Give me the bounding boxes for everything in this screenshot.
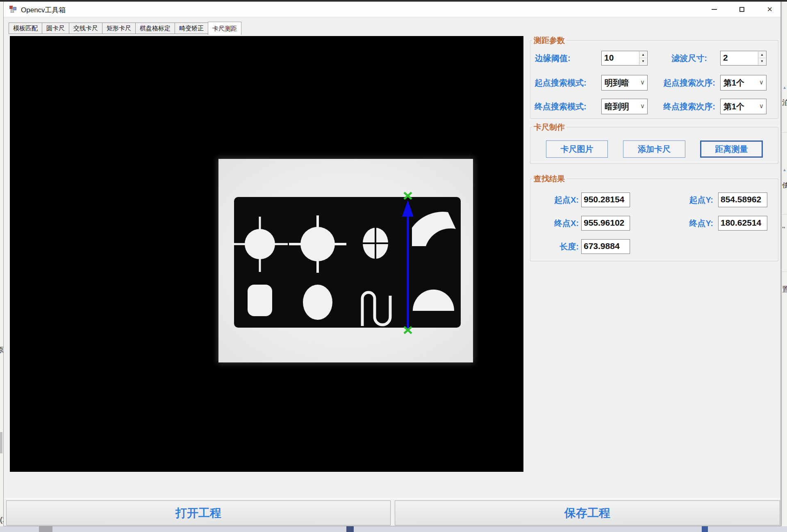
filter-size-input[interactable]: 2 ▲ ▼: [720, 51, 767, 66]
taskbar-item: [702, 526, 708, 532]
divider: [782, 272, 787, 272]
background-text-fragment: 泊: [782, 98, 787, 107]
taskbar-item: [346, 526, 354, 532]
end-search-order-select[interactable]: 第1个 ∨: [720, 99, 767, 114]
image-viewer[interactable]: [10, 36, 523, 472]
start-search-mode-value: 明到暗: [605, 77, 629, 88]
start-search-order-select[interactable]: 第1个 ∨: [720, 75, 767, 91]
start-y-value: 854.58962: [721, 195, 761, 204]
close-icon: ×: [767, 4, 773, 15]
start-search-order-value: 第1个: [723, 77, 744, 88]
rounded-square-shape: [248, 285, 272, 316]
taskbar-sliver: [0, 526, 787, 532]
end-y-value: 180.62514: [721, 218, 761, 228]
open-project-button[interactable]: 打开工程: [6, 500, 391, 525]
close-button[interactable]: ×: [760, 2, 779, 17]
calibration-photo: [218, 159, 473, 362]
group-title: 查找结果: [532, 174, 566, 183]
group-title: 卡尺制作: [532, 123, 566, 132]
filter-size-label: 滤波尺寸:: [655, 51, 723, 66]
edge-threshold-input[interactable]: 10 ▲ ▼: [601, 51, 648, 66]
spinner-down-icon[interactable]: ▼: [639, 58, 647, 65]
tab-crossline-caliper[interactable]: 交线卡尺: [69, 23, 102, 34]
caliper-image-button[interactable]: 卡尺图片: [546, 140, 608, 158]
group-title: 测距参数: [532, 36, 566, 45]
start-search-mode-label: 起点搜索模式:: [535, 75, 587, 91]
tab-caliper-measure[interactable]: 卡尺测距: [208, 22, 241, 35]
screen-top-edge: [0, 0, 787, 2]
end-x-value: 955.96102: [584, 218, 624, 228]
start-x-value: 950.28154: [584, 195, 624, 204]
measure-line: [407, 215, 409, 328]
divider: [782, 132, 787, 133]
footer-separator: [4, 498, 780, 499]
chevron-down-icon[interactable]: ∨: [759, 102, 764, 110]
end-y-field[interactable]: 180.62514: [718, 216, 767, 231]
minimize-button[interactable]: [705, 2, 723, 17]
start-search-order-label: 起点搜索次序:: [655, 75, 723, 91]
tab-strip: 模板匹配 圆卡尺 交线卡尺 矩形卡尺 棋盘格标定 畸变矫正 卡尺测距: [4, 17, 780, 36]
tab-distortion-correct[interactable]: 畸变矫正: [175, 23, 208, 34]
edge-threshold-value: 10: [604, 53, 614, 63]
background-text-fragment: ’’: [782, 226, 785, 234]
tab-rect-caliper[interactable]: 矩形卡尺: [102, 23, 135, 34]
end-search-mode-label: 终点搜索模式:: [535, 99, 587, 114]
title-bar: Opencv工具箱 ×: [4, 2, 780, 17]
length-label: 长度:: [546, 239, 579, 254]
chevron-down-icon[interactable]: ∨: [640, 102, 645, 110]
distance-measure-button[interactable]: 距离测量: [700, 140, 763, 158]
triangle-icon: ▲: [782, 85, 787, 90]
background-window-left-sliver: 原 (2: [0, 1, 3, 526]
length-value: 673.9884: [584, 241, 620, 251]
chevron-down-icon[interactable]: ∨: [640, 79, 645, 86]
end-search-order-value: 第1个: [723, 101, 744, 112]
filter-size-value: 2: [723, 53, 728, 63]
spinner-up-icon[interactable]: ▲: [639, 52, 647, 58]
end-search-mode-select[interactable]: 暗到明 ∨: [601, 99, 648, 114]
start-search-mode-select[interactable]: 明到暗 ∨: [601, 75, 648, 91]
triangle-icon: ▲: [782, 168, 787, 172]
maximize-icon: [739, 7, 744, 12]
end-search-order-label: 终点搜索次序:: [655, 99, 723, 114]
divider: [782, 214, 787, 215]
end-y-label: 终点Y:: [680, 216, 713, 231]
save-project-button[interactable]: 保存工程: [395, 500, 780, 525]
tab-template-match[interactable]: 模板匹配: [9, 23, 42, 34]
spinner-up-icon[interactable]: ▲: [758, 52, 766, 58]
length-field[interactable]: 673.9884: [581, 239, 630, 254]
spinner-down-icon[interactable]: ▼: [758, 58, 766, 65]
minimize-icon: [712, 9, 717, 10]
window-title: Opencv工具箱: [21, 5, 66, 15]
background-text-fragment: (2: [0, 516, 3, 524]
add-caliper-button[interactable]: 添加卡尺: [623, 140, 685, 158]
background-text-fragment: 置: [782, 285, 787, 294]
background-scrollbar-fragment: [0, 432, 2, 453]
maximize-button[interactable]: [732, 2, 751, 17]
end-x-field[interactable]: 955.96102: [581, 216, 630, 231]
background-window-right-sliver: ▲ 泊 ▲ 使 ’’ 置: [781, 1, 787, 526]
edge-threshold-label: 边缘阈值:: [535, 51, 571, 66]
calibration-target-image: [218, 159, 473, 362]
start-x-field[interactable]: 950.28154: [581, 192, 630, 207]
start-y-label: 起点Y:: [680, 192, 713, 207]
start-x-label: 起点X:: [546, 192, 579, 207]
chevron-down-icon[interactable]: ∨: [759, 79, 764, 86]
parameter-panel: 测距参数 边缘阈值: 10 ▲ ▼ 滤波尺寸: 2 ▲ ▼ 起点搜索模式: 明到…: [527, 36, 778, 306]
end-x-label: 终点X:: [546, 216, 579, 231]
ellipse-shape: [303, 285, 332, 320]
app-icon: [9, 6, 17, 13]
background-text-fragment: 使: [782, 181, 787, 190]
tab-chessboard-calib[interactable]: 棋盘格标定: [135, 23, 175, 34]
start-y-field[interactable]: 854.58962: [718, 192, 767, 207]
background-text-fragment: 原: [0, 345, 3, 355]
tab-circle-caliper[interactable]: 圆卡尺: [42, 23, 69, 34]
taskbar-item: [39, 526, 52, 532]
end-search-mode-value: 暗到明: [605, 101, 629, 112]
